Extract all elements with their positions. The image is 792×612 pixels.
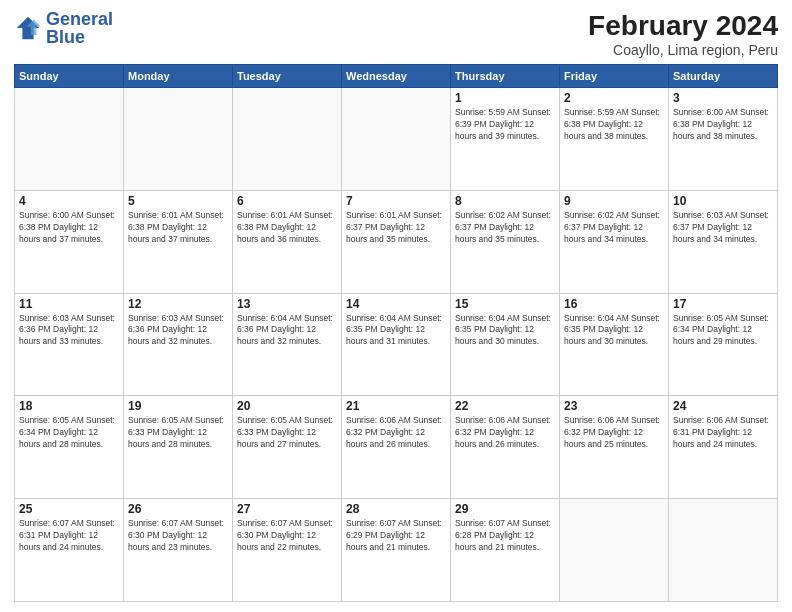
day-number: 20 bbox=[237, 399, 337, 413]
day-info: Sunrise: 6:03 AM Sunset: 6:36 PM Dayligh… bbox=[19, 313, 119, 349]
page-subtitle: Coayllo, Lima region, Peru bbox=[588, 42, 778, 58]
calendar-cell bbox=[560, 499, 669, 602]
title-block: February 2024 Coayllo, Lima region, Peru bbox=[588, 10, 778, 58]
calendar-cell bbox=[669, 499, 778, 602]
weekday-header-monday: Monday bbox=[124, 65, 233, 88]
day-number: 2 bbox=[564, 91, 664, 105]
day-number: 3 bbox=[673, 91, 773, 105]
calendar-cell: 15Sunrise: 6:04 AM Sunset: 6:35 PM Dayli… bbox=[451, 293, 560, 396]
day-number: 27 bbox=[237, 502, 337, 516]
day-info: Sunrise: 6:07 AM Sunset: 6:30 PM Dayligh… bbox=[128, 518, 228, 554]
day-info: Sunrise: 6:04 AM Sunset: 6:35 PM Dayligh… bbox=[564, 313, 664, 349]
calendar-cell: 24Sunrise: 6:06 AM Sunset: 6:31 PM Dayli… bbox=[669, 396, 778, 499]
day-info: Sunrise: 6:02 AM Sunset: 6:37 PM Dayligh… bbox=[455, 210, 555, 246]
day-info: Sunrise: 6:04 AM Sunset: 6:35 PM Dayligh… bbox=[455, 313, 555, 349]
calendar-cell: 27Sunrise: 6:07 AM Sunset: 6:30 PM Dayli… bbox=[233, 499, 342, 602]
day-number: 12 bbox=[128, 297, 228, 311]
day-number: 19 bbox=[128, 399, 228, 413]
day-info: Sunrise: 6:01 AM Sunset: 6:38 PM Dayligh… bbox=[128, 210, 228, 246]
calendar-cell: 25Sunrise: 6:07 AM Sunset: 6:31 PM Dayli… bbox=[15, 499, 124, 602]
calendar-cell bbox=[15, 88, 124, 191]
calendar-cell: 17Sunrise: 6:05 AM Sunset: 6:34 PM Dayli… bbox=[669, 293, 778, 396]
calendar-cell: 7Sunrise: 6:01 AM Sunset: 6:37 PM Daylig… bbox=[342, 190, 451, 293]
calendar-cell: 19Sunrise: 6:05 AM Sunset: 6:33 PM Dayli… bbox=[124, 396, 233, 499]
logo-text: General Blue bbox=[46, 10, 113, 46]
logo: General Blue bbox=[14, 10, 113, 46]
day-number: 7 bbox=[346, 194, 446, 208]
day-info: Sunrise: 6:07 AM Sunset: 6:30 PM Dayligh… bbox=[237, 518, 337, 554]
calendar-cell: 9Sunrise: 6:02 AM Sunset: 6:37 PM Daylig… bbox=[560, 190, 669, 293]
day-number: 13 bbox=[237, 297, 337, 311]
day-number: 11 bbox=[19, 297, 119, 311]
day-number: 17 bbox=[673, 297, 773, 311]
calendar-cell: 12Sunrise: 6:03 AM Sunset: 6:36 PM Dayli… bbox=[124, 293, 233, 396]
calendar: SundayMondayTuesdayWednesdayThursdayFrid… bbox=[14, 64, 778, 602]
day-number: 6 bbox=[237, 194, 337, 208]
calendar-cell: 5Sunrise: 6:01 AM Sunset: 6:38 PM Daylig… bbox=[124, 190, 233, 293]
day-info: Sunrise: 6:07 AM Sunset: 6:29 PM Dayligh… bbox=[346, 518, 446, 554]
day-number: 10 bbox=[673, 194, 773, 208]
calendar-cell: 23Sunrise: 6:06 AM Sunset: 6:32 PM Dayli… bbox=[560, 396, 669, 499]
weekday-header-sunday: Sunday bbox=[15, 65, 124, 88]
weekday-header-thursday: Thursday bbox=[451, 65, 560, 88]
calendar-cell: 22Sunrise: 6:06 AM Sunset: 6:32 PM Dayli… bbox=[451, 396, 560, 499]
day-number: 26 bbox=[128, 502, 228, 516]
calendar-cell: 8Sunrise: 6:02 AM Sunset: 6:37 PM Daylig… bbox=[451, 190, 560, 293]
day-info: Sunrise: 6:00 AM Sunset: 6:38 PM Dayligh… bbox=[673, 107, 773, 143]
day-number: 23 bbox=[564, 399, 664, 413]
weekday-header-wednesday: Wednesday bbox=[342, 65, 451, 88]
day-info: Sunrise: 6:05 AM Sunset: 6:33 PM Dayligh… bbox=[128, 415, 228, 451]
day-info: Sunrise: 6:03 AM Sunset: 6:36 PM Dayligh… bbox=[128, 313, 228, 349]
day-info: Sunrise: 6:04 AM Sunset: 6:36 PM Dayligh… bbox=[237, 313, 337, 349]
calendar-cell bbox=[233, 88, 342, 191]
day-info: Sunrise: 6:06 AM Sunset: 6:31 PM Dayligh… bbox=[673, 415, 773, 451]
logo-icon bbox=[14, 14, 42, 42]
day-info: Sunrise: 6:00 AM Sunset: 6:38 PM Dayligh… bbox=[19, 210, 119, 246]
day-number: 25 bbox=[19, 502, 119, 516]
day-info: Sunrise: 6:06 AM Sunset: 6:32 PM Dayligh… bbox=[346, 415, 446, 451]
weekday-header-tuesday: Tuesday bbox=[233, 65, 342, 88]
day-info: Sunrise: 6:06 AM Sunset: 6:32 PM Dayligh… bbox=[455, 415, 555, 451]
day-number: 1 bbox=[455, 91, 555, 105]
calendar-cell: 26Sunrise: 6:07 AM Sunset: 6:30 PM Dayli… bbox=[124, 499, 233, 602]
day-number: 14 bbox=[346, 297, 446, 311]
page-title: February 2024 bbox=[588, 10, 778, 42]
weekday-header-saturday: Saturday bbox=[669, 65, 778, 88]
day-number: 8 bbox=[455, 194, 555, 208]
calendar-cell: 2Sunrise: 5:59 AM Sunset: 6:38 PM Daylig… bbox=[560, 88, 669, 191]
calendar-cell: 13Sunrise: 6:04 AM Sunset: 6:36 PM Dayli… bbox=[233, 293, 342, 396]
calendar-cell: 20Sunrise: 6:05 AM Sunset: 6:33 PM Dayli… bbox=[233, 396, 342, 499]
weekday-header-friday: Friday bbox=[560, 65, 669, 88]
day-info: Sunrise: 6:07 AM Sunset: 6:28 PM Dayligh… bbox=[455, 518, 555, 554]
day-number: 22 bbox=[455, 399, 555, 413]
day-number: 29 bbox=[455, 502, 555, 516]
day-number: 9 bbox=[564, 194, 664, 208]
day-info: Sunrise: 6:04 AM Sunset: 6:35 PM Dayligh… bbox=[346, 313, 446, 349]
calendar-cell: 18Sunrise: 6:05 AM Sunset: 6:34 PM Dayli… bbox=[15, 396, 124, 499]
day-number: 28 bbox=[346, 502, 446, 516]
day-info: Sunrise: 5:59 AM Sunset: 6:39 PM Dayligh… bbox=[455, 107, 555, 143]
day-number: 18 bbox=[19, 399, 119, 413]
calendar-cell: 29Sunrise: 6:07 AM Sunset: 6:28 PM Dayli… bbox=[451, 499, 560, 602]
calendar-cell bbox=[342, 88, 451, 191]
calendar-cell: 1Sunrise: 5:59 AM Sunset: 6:39 PM Daylig… bbox=[451, 88, 560, 191]
calendar-cell: 3Sunrise: 6:00 AM Sunset: 6:38 PM Daylig… bbox=[669, 88, 778, 191]
day-info: Sunrise: 6:06 AM Sunset: 6:32 PM Dayligh… bbox=[564, 415, 664, 451]
day-number: 15 bbox=[455, 297, 555, 311]
day-info: Sunrise: 6:01 AM Sunset: 6:37 PM Dayligh… bbox=[346, 210, 446, 246]
day-number: 4 bbox=[19, 194, 119, 208]
day-info: Sunrise: 5:59 AM Sunset: 6:38 PM Dayligh… bbox=[564, 107, 664, 143]
calendar-cell: 28Sunrise: 6:07 AM Sunset: 6:29 PM Dayli… bbox=[342, 499, 451, 602]
calendar-cell: 16Sunrise: 6:04 AM Sunset: 6:35 PM Dayli… bbox=[560, 293, 669, 396]
day-number: 16 bbox=[564, 297, 664, 311]
day-info: Sunrise: 6:02 AM Sunset: 6:37 PM Dayligh… bbox=[564, 210, 664, 246]
calendar-cell: 10Sunrise: 6:03 AM Sunset: 6:37 PM Dayli… bbox=[669, 190, 778, 293]
day-info: Sunrise: 6:03 AM Sunset: 6:37 PM Dayligh… bbox=[673, 210, 773, 246]
day-info: Sunrise: 6:05 AM Sunset: 6:33 PM Dayligh… bbox=[237, 415, 337, 451]
header: General Blue February 2024 Coayllo, Lima… bbox=[14, 10, 778, 58]
day-number: 21 bbox=[346, 399, 446, 413]
calendar-cell bbox=[124, 88, 233, 191]
calendar-cell: 14Sunrise: 6:04 AM Sunset: 6:35 PM Dayli… bbox=[342, 293, 451, 396]
day-number: 5 bbox=[128, 194, 228, 208]
calendar-cell: 11Sunrise: 6:03 AM Sunset: 6:36 PM Dayli… bbox=[15, 293, 124, 396]
